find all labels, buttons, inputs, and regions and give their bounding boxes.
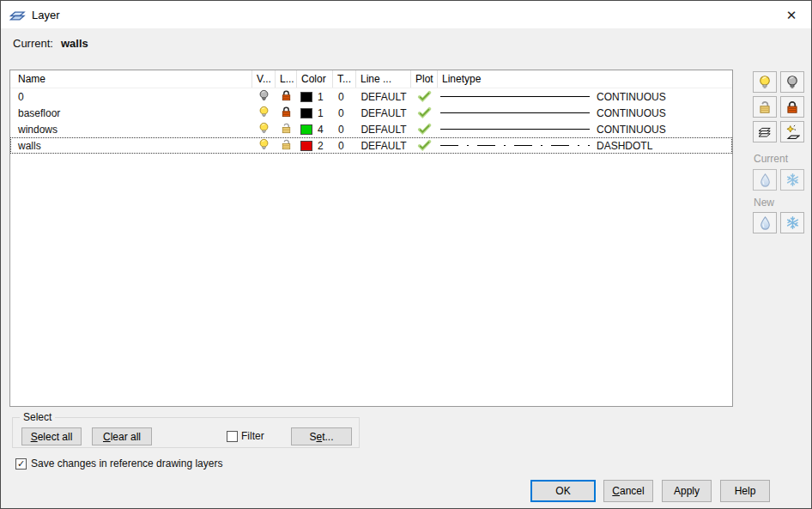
layer-dialog: Layer ✕ Current: walls Name V... L... Co… [0, 0, 812, 509]
new-section-label: New [754, 197, 774, 209]
layers-button[interactable] [753, 121, 777, 142]
droplet-icon [758, 215, 773, 230]
close-icon[interactable]: ✕ [783, 7, 800, 24]
save-changes-checkbox[interactable]: ✓ [15, 458, 27, 470]
ok-button[interactable]: OK [530, 480, 596, 502]
turn-off-button[interactable] [780, 71, 804, 93]
column-header-plot[interactable]: Plot [411, 70, 438, 88]
table-row-selected[interactable]: walls 2 0 DEFAULT DASHDOTL [10, 137, 732, 154]
lock-open-icon [757, 100, 773, 115]
thaw-current-button[interactable] [753, 169, 777, 191]
cancel-button[interactable]: Cancel [603, 480, 653, 502]
linetype-cell[interactable]: CONTINUOUS [438, 91, 732, 103]
linetype-cell[interactable]: CONTINUOUS [438, 124, 732, 136]
lock-open-icon [280, 122, 293, 135]
layer-name: walls [10, 140, 252, 152]
color-cell[interactable]: 1 [297, 107, 333, 119]
plot-toggle[interactable] [411, 121, 438, 137]
new-layer-button[interactable] [780, 121, 804, 142]
current-label: Current: [13, 37, 53, 50]
thaw-new-button[interactable] [753, 212, 777, 233]
table-row[interactable]: 0 1 0 DEFAULT CONTINUOUS [10, 88, 732, 105]
lock-button[interactable] [780, 96, 804, 118]
bulb-on-icon [757, 75, 773, 90]
help-button[interactable]: Help [720, 480, 770, 502]
visibility-toggle[interactable] [252, 88, 276, 105]
plot-toggle[interactable] [411, 105, 438, 121]
lock-toggle[interactable] [276, 121, 297, 137]
layer-name: basefloor [10, 107, 252, 119]
column-header-visible[interactable]: V... [252, 70, 276, 88]
lineweight-cell[interactable]: DEFAULT [356, 91, 411, 103]
lock-closed-icon [280, 106, 293, 118]
thickness-cell: 0 [333, 124, 356, 136]
check-icon [417, 123, 432, 135]
linetype-name: DASHDOTL [597, 140, 652, 152]
check-icon [417, 90, 432, 102]
lineweight-cell[interactable]: DEFAULT [356, 107, 411, 119]
linetype-cell[interactable]: DASHDOTL [438, 140, 732, 152]
turn-on-button[interactable] [753, 71, 777, 93]
select-group: Select Select all Clear all Filter Set..… [12, 417, 360, 448]
unlock-button[interactable] [753, 96, 777, 118]
bulb-off-icon [785, 75, 800, 90]
select-group-label: Select [20, 411, 55, 423]
column-header-thickness[interactable]: T... [333, 70, 356, 88]
color-cell[interactable]: 4 [297, 124, 333, 136]
thickness-cell: 0 [333, 91, 356, 103]
column-header-color[interactable]: Color [297, 70, 333, 88]
clear-all-button[interactable]: Clear all [92, 427, 152, 445]
bulb-on-icon [258, 138, 270, 151]
table-row[interactable]: basefloor 1 0 DEFAULT CONTINUOUS [10, 105, 732, 121]
layers-icon [9, 8, 26, 22]
plot-toggle[interactable] [411, 137, 438, 154]
visibility-toggle[interactable] [252, 121, 276, 137]
select-all-button[interactable]: Select all [21, 427, 82, 445]
filter-checkbox[interactable] [227, 431, 238, 442]
freeze-current-button[interactable] [780, 169, 804, 191]
linetype-sample-solid [440, 127, 590, 131]
plot-toggle[interactable] [411, 88, 438, 105]
visibility-toggle[interactable] [252, 105, 276, 121]
layer-name: 0 [10, 91, 252, 103]
column-header-name[interactable]: Name [10, 70, 252, 88]
color-cell[interactable]: 1 [297, 91, 333, 103]
linetype-name: CONTINUOUS [597, 124, 666, 136]
snowflake-icon [785, 173, 800, 187]
lineweight-cell[interactable]: DEFAULT [356, 140, 411, 152]
set-button[interactable]: Set... [291, 427, 352, 445]
current-layer-value: walls [61, 37, 88, 50]
save-changes-label: Save changes in reference drawing layers [31, 457, 222, 470]
apply-button[interactable]: Apply [662, 480, 712, 502]
title-bar[interactable]: Layer [1, 1, 811, 28]
droplet-icon [758, 173, 773, 187]
color-index: 1 [318, 107, 324, 119]
table-row[interactable]: windows 4 0 DEFAULT CONTINUOUS [10, 121, 732, 137]
column-header-lock[interactable]: L... [276, 70, 297, 88]
visibility-toggle[interactable] [252, 137, 276, 154]
column-header-lineweight[interactable]: Line ... [356, 70, 411, 88]
color-cell[interactable]: 2 [297, 140, 333, 152]
layer-list: Name V... L... Color T... Line ... Plot … [9, 70, 733, 407]
bulb-on-icon [258, 122, 270, 135]
layer-list-header: Name V... L... Color T... Line ... Plot … [10, 70, 732, 88]
freeze-new-button[interactable] [780, 212, 804, 233]
snowflake-icon [785, 215, 800, 230]
layer-name: windows [10, 124, 252, 136]
linetype-name: CONTINUOUS [597, 91, 666, 103]
lineweight-cell[interactable]: DEFAULT [356, 124, 411, 136]
lock-toggle[interactable] [276, 105, 297, 121]
lock-closed-icon [785, 100, 800, 115]
bulb-on-icon [258, 106, 270, 118]
check-icon [417, 139, 432, 151]
lock-open-icon [280, 138, 293, 151]
color-index: 2 [318, 140, 324, 152]
color-swatch [300, 108, 312, 118]
color-index: 1 [318, 91, 324, 103]
lock-toggle[interactable] [276, 88, 297, 105]
column-header-linetype[interactable]: Linetype [438, 70, 732, 88]
lock-toggle[interactable] [276, 137, 297, 154]
filter-label: Filter [241, 430, 264, 442]
linetype-cell[interactable]: CONTINUOUS [438, 107, 732, 119]
layers-icon [757, 124, 773, 140]
